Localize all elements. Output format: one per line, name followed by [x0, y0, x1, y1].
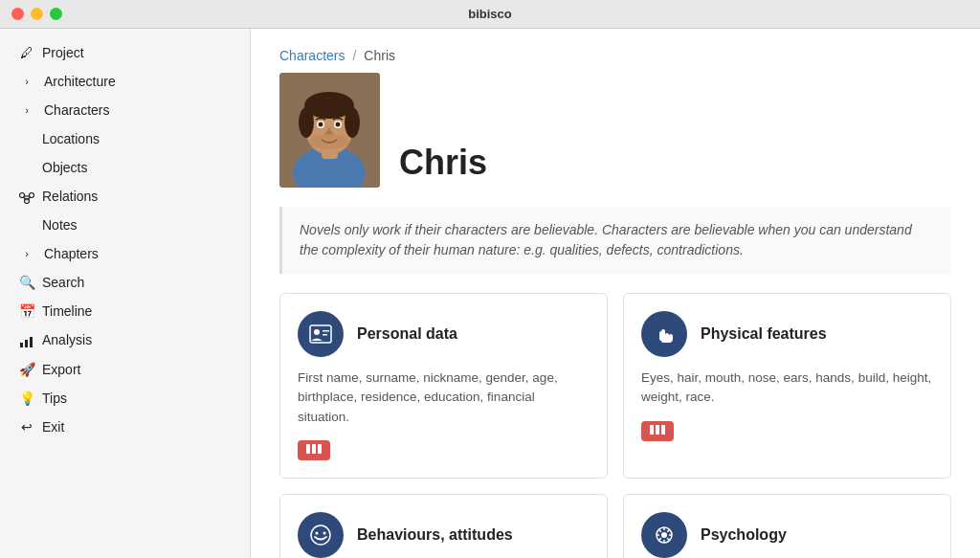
- minimize-button[interactable]: [31, 8, 43, 20]
- svg-point-21: [310, 134, 348, 149]
- sidebar-label-tips: Tips: [42, 391, 67, 406]
- card-behaviours[interactable]: Behaviours, attitudes How the character …: [279, 494, 608, 558]
- psychology-icon: [641, 512, 687, 558]
- sidebar-label-project: Project: [42, 45, 84, 60]
- sidebar-label-analysis: Analysis: [42, 332, 92, 347]
- svg-rect-28: [318, 444, 322, 454]
- svg-point-16: [345, 107, 360, 138]
- sidebar-item-chapters[interactable]: › Chapters: [0, 239, 250, 268]
- analysis-icon: [19, 332, 34, 347]
- svg-rect-27: [312, 444, 316, 454]
- svg-point-39: [661, 532, 667, 538]
- app-container: 🖊 Project › Architecture › Characters Lo…: [0, 29, 980, 558]
- sidebar-item-characters[interactable]: › Characters: [0, 96, 250, 124]
- svg-rect-7: [25, 340, 28, 347]
- sidebar: 🖊 Project › Architecture › Characters Lo…: [0, 29, 251, 558]
- export-icon: 🚀: [19, 362, 34, 377]
- card-title-physical: Physical features: [701, 325, 827, 343]
- svg-point-15: [299, 107, 314, 138]
- window-controls: [11, 8, 62, 20]
- sidebar-item-objects[interactable]: Objects: [0, 153, 250, 182]
- breadcrumb-parent[interactable]: Characters: [279, 48, 345, 63]
- relations-icon: [19, 189, 34, 204]
- svg-point-34: [313, 527, 328, 543]
- svg-rect-6: [20, 343, 23, 347]
- svg-rect-29: [659, 331, 663, 341]
- timeline-icon: 📅: [19, 303, 34, 319]
- breadcrumb: Characters / Chris: [279, 48, 951, 63]
- svg-rect-8: [30, 337, 33, 347]
- card-header-behaviours: Behaviours, attitudes: [298, 512, 590, 558]
- sidebar-label-export: Export: [42, 362, 80, 377]
- close-button[interactable]: [11, 8, 24, 20]
- app-title: bibisco: [468, 7, 512, 21]
- breadcrumb-current: Chris: [364, 48, 395, 63]
- sidebar-label-notes: Notes: [42, 217, 78, 233]
- card-header-personal: Personal data: [298, 311, 590, 357]
- svg-rect-25: [323, 334, 327, 336]
- card-body-physical: Eyes, hair, mouth, nose, ears, hands, bu…: [641, 368, 933, 408]
- sidebar-item-architecture[interactable]: › Architecture: [0, 67, 250, 96]
- card-physical-features[interactable]: Physical features Eyes, hair, mouth, nos…: [623, 293, 951, 479]
- svg-point-35: [316, 531, 319, 534]
- sidebar-item-project[interactable]: 🖊 Project: [0, 38, 250, 67]
- svg-point-20: [336, 123, 341, 127]
- sidebar-item-analysis[interactable]: Analysis: [0, 325, 250, 354]
- tips-icon: 💡: [19, 391, 34, 406]
- behaviours-icon: [298, 512, 344, 558]
- card-header-psychology: Psychology: [641, 512, 933, 558]
- card-header-physical: Physical features: [641, 311, 933, 357]
- card-body-personal: First name, surname, nickname, gender, a…: [298, 368, 590, 427]
- svg-rect-24: [323, 330, 329, 332]
- sidebar-item-exit[interactable]: ↩ Exit: [0, 413, 250, 441]
- card-psychology[interactable]: Psychology Each and every aspect of the …: [623, 494, 951, 558]
- maximize-button[interactable]: [50, 8, 62, 20]
- sidebar-label-exit: Exit: [42, 419, 64, 435]
- cards-grid: Personal data First name, surname, nickn…: [251, 293, 980, 558]
- card-title-personal: Personal data: [357, 325, 457, 343]
- breadcrumb-separator: /: [352, 48, 356, 63]
- project-icon: 🖊: [19, 45, 34, 60]
- sidebar-item-relations[interactable]: Relations: [0, 182, 250, 211]
- sidebar-item-locations[interactable]: Locations: [0, 124, 250, 153]
- title-bar: bibisco: [0, 0, 980, 29]
- physical-features-icon: [641, 311, 687, 357]
- chevron-icon: ›: [19, 76, 34, 87]
- quote-text: Novels only work if their characters are…: [300, 222, 912, 257]
- search-icon: 🔍: [19, 275, 34, 290]
- chevron-icon: ›: [19, 104, 34, 116]
- exit-icon: ↩: [19, 419, 34, 435]
- svg-rect-31: [656, 425, 659, 435]
- svg-point-36: [323, 531, 326, 534]
- svg-point-19: [319, 123, 323, 127]
- svg-point-23: [314, 329, 320, 335]
- sidebar-label-chapters: Chapters: [44, 246, 99, 261]
- svg-rect-32: [661, 425, 665, 435]
- chevron-icon: ›: [19, 248, 34, 259]
- sidebar-label-characters: Characters: [44, 102, 109, 118]
- character-name: Chris: [399, 143, 487, 188]
- quote-block: Novels only work if their characters are…: [279, 207, 951, 274]
- card-title-psychology: Psychology: [701, 526, 787, 544]
- character-photo: [279, 73, 380, 188]
- svg-rect-30: [650, 425, 654, 435]
- sidebar-label-objects: Objects: [42, 160, 87, 175]
- sidebar-item-tips[interactable]: 💡 Tips: [0, 384, 250, 413]
- sidebar-label-architecture: Architecture: [44, 74, 116, 89]
- alert-btn-physical[interactable]: [641, 421, 674, 441]
- sidebar-item-export[interactable]: 🚀 Export: [0, 355, 250, 384]
- character-header: Chris: [279, 73, 951, 188]
- sidebar-item-timeline[interactable]: 📅 Timeline: [0, 297, 250, 325]
- card-title-behaviours: Behaviours, attitudes: [357, 526, 513, 544]
- main-content: Characters / Chris: [251, 29, 980, 558]
- content-header: Characters / Chris: [251, 29, 980, 188]
- sidebar-item-notes[interactable]: Notes: [0, 211, 250, 239]
- alert-btn-personal[interactable]: [298, 440, 330, 460]
- sidebar-label-timeline: Timeline: [42, 303, 92, 319]
- personal-data-icon: [298, 311, 344, 357]
- sidebar-label-search: Search: [42, 275, 84, 290]
- sidebar-label-locations: Locations: [42, 131, 100, 146]
- sidebar-item-search[interactable]: 🔍 Search: [0, 268, 250, 297]
- card-personal-data[interactable]: Personal data First name, surname, nickn…: [279, 293, 608, 479]
- sidebar-label-relations: Relations: [42, 189, 98, 204]
